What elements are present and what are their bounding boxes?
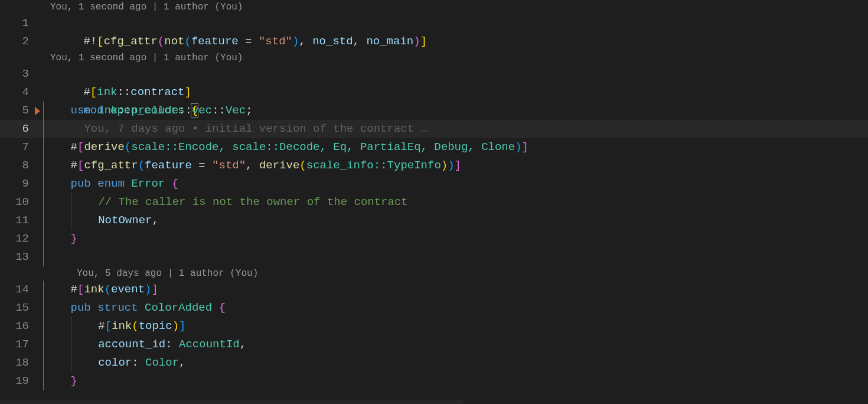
codelens-line-1[interactable]: You, 1 second ago | 1 author (You) <box>0 0 868 14</box>
breakpoint-marker-icon[interactable] <box>35 107 40 115</box>
code-line[interactable]: 8 #[cfg_attr(feature = "std", derive(sca… <box>0 157 868 175</box>
code-editor[interactable]: You, 1 second ago | 1 author (You) 1 #![… <box>0 0 868 404</box>
line-number: 1 <box>0 14 32 32</box>
line-number: 10 <box>0 193 32 211</box>
line-number: 17 <box>0 335 32 354</box>
line-number: 12 <box>0 230 32 248</box>
codelens-text: You, 1 second ago | 1 author (You) <box>50 51 243 65</box>
codelens-line-14[interactable]: You, 5 days ago | 1 author (You) <box>0 266 868 281</box>
codelens-text: You, 5 days ago | 1 author (You) <box>77 266 258 281</box>
line-number: 4 <box>0 83 32 102</box>
code-line[interactable]: 3 #[ink::contract] <box>0 65 868 83</box>
code-line-current[interactable]: 6 You, 7 days ago • initial version of t… <box>0 120 868 138</box>
code-line[interactable]: 1 #![cfg_attr(not(feature = "std"), no_s… <box>0 14 868 32</box>
codelens-text: You, 1 second ago | 1 author (You) <box>50 0 243 14</box>
line-number: 2 <box>0 32 32 51</box>
line-number: 11 <box>0 211 32 230</box>
code-line[interactable]: 10 // The caller is not the owner of the… <box>0 193 868 211</box>
line-number: 9 <box>0 175 32 193</box>
code-line[interactable]: 5 use ink::prelude::vec::Vec; <box>0 102 868 120</box>
code-line[interactable]: 18 color: Color, <box>0 354 868 372</box>
line-number: 8 <box>0 157 32 175</box>
gitblame-inline: You, 7 days ago • initial version of the… <box>84 122 428 135</box>
code-line[interactable]: 9 pub enum Error { <box>0 175 868 193</box>
line-number: 7 <box>0 138 32 157</box>
code-line[interactable]: 4 mod open_colors { <box>0 83 868 102</box>
horizontal-scrollbar[interactable] <box>0 400 464 404</box>
code-line[interactable]: 7 #[derive(scale::Encode, scale::Decode,… <box>0 138 868 157</box>
code-line[interactable]: 11 NotOwner, <box>0 211 868 230</box>
code-line[interactable]: 13 <box>0 248 868 266</box>
code-line[interactable]: 17 account_id: AccountId, <box>0 335 868 354</box>
line-number: 18 <box>0 354 32 372</box>
code-line[interactable]: 16 #[ink(topic)] <box>0 317 868 335</box>
line-number: 6 <box>0 120 32 138</box>
code-line[interactable]: 12 } <box>0 230 868 248</box>
line-number: 15 <box>0 299 32 317</box>
line-number: 13 <box>0 248 32 266</box>
line-number: 14 <box>0 281 32 299</box>
line-number: 19 <box>0 372 32 390</box>
line-number: 16 <box>0 317 32 335</box>
code-line[interactable]: 15 pub struct ColorAdded { <box>0 299 868 317</box>
line-number: 5 <box>0 102 32 120</box>
code-line[interactable]: 14 #[ink(event)] <box>0 281 868 299</box>
code-line[interactable]: 19 } <box>0 372 868 390</box>
line-number: 3 <box>0 65 32 83</box>
